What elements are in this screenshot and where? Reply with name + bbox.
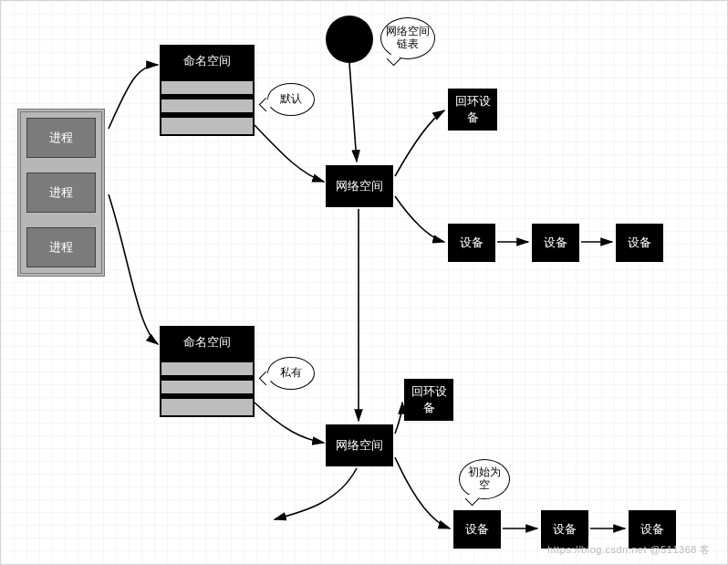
namespace-box-private: 命名空间 (160, 326, 255, 417)
arrow-layer (1, 1, 728, 565)
diagram-canvas: 进程 进程 进程 命名空间 默认 命名空间 私有 网络空间链表 网络空间 回环设… (0, 0, 728, 565)
speech-private: 私有 (267, 357, 315, 390)
watermark: https://blog.csdn.net @511368 客 (547, 543, 711, 557)
netspace-list-head-icon (326, 16, 373, 63)
device-upper-1: 设备 (448, 224, 495, 262)
process-box: 进程 (26, 227, 96, 267)
device-upper-2: 设备 (532, 224, 579, 262)
namespace-row (161, 393, 253, 412)
loopback-lower: 回环设备 (404, 379, 453, 421)
namespace-header: 命名空间 (161, 328, 253, 357)
namespace-row (161, 375, 253, 393)
device-upper-3: 设备 (616, 224, 663, 262)
namespace-box-default: 命名空间 (160, 45, 255, 136)
device-lower-1: 设备 (453, 510, 501, 549)
namespace-row (161, 112, 253, 131)
namespace-row (161, 357, 253, 375)
namespace-header: 命名空间 (161, 47, 253, 76)
speech-netspace-list: 网络空间链表 (380, 17, 435, 59)
loopback-upper: 回环设备 (448, 89, 497, 131)
process-box: 进程 (26, 118, 96, 158)
netspace-lower: 网络空间 (326, 424, 393, 466)
speech-default: 默认 (267, 83, 315, 116)
namespace-row (161, 76, 253, 94)
netspace-upper: 网络空间 (326, 165, 393, 207)
speech-init-empty: 初始为空 (459, 459, 510, 499)
process-box: 进程 (26, 173, 96, 213)
namespace-row (161, 94, 253, 112)
process-stack: 进程 进程 进程 (17, 109, 105, 277)
